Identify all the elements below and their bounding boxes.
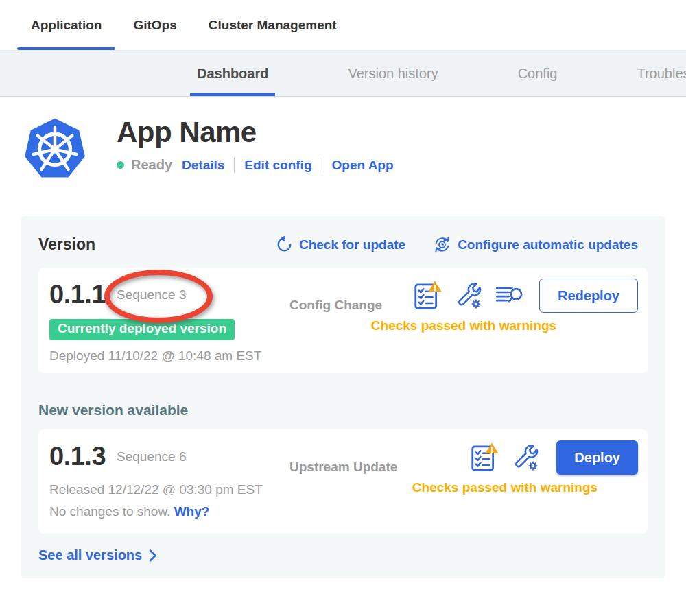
tab-gitops-label: GitOps <box>133 18 176 33</box>
admin-console-page: Application GitOps Cluster Management Da… <box>0 0 686 616</box>
current-checks-status[interactable]: Checks passed with warnings <box>371 318 556 333</box>
divider <box>234 158 235 173</box>
auto-update-clock-icon <box>433 236 451 253</box>
refresh-icon <box>276 236 293 253</box>
chevron-right-icon <box>149 549 157 562</box>
check-for-update-link[interactable]: Check for update <box>276 236 405 253</box>
open-app-link[interactable]: Open App <box>332 158 394 173</box>
new-version-available-heading: New version available <box>38 402 648 418</box>
tab-config[interactable]: Config <box>511 51 565 96</box>
tab-troubleshoot-label: Troubleshoot <box>637 66 686 82</box>
version-section: Version Check for update Configure auto <box>21 216 665 578</box>
tab-application-label: Application <box>31 18 102 33</box>
edit-config-link[interactable]: Edit config <box>244 158 311 173</box>
status-ready-dot <box>117 161 124 169</box>
released-timestamp: Released 12/12/22 @ 03:30 pm EST <box>49 482 289 497</box>
current-version-card: 0.1.1 Sequence 3 Currently deployed vers… <box>38 268 648 373</box>
tab-dashboard-label: Dashboard <box>197 66 268 82</box>
why-link[interactable]: Why? <box>174 504 210 519</box>
new-version-number: 0.1.3 <box>49 442 106 471</box>
tab-config-label: Config <box>518 66 558 82</box>
app-title: App Name <box>117 116 394 149</box>
current-version-source: Config Change <box>289 298 382 313</box>
primary-nav: Application GitOps Cluster Management <box>0 0 686 51</box>
configure-automatic-updates-link[interactable]: Configure automatic updates <box>433 236 638 253</box>
config-wrench-icon[interactable] <box>511 442 541 473</box>
status-ready-label: Ready <box>131 157 172 173</box>
deployed-timestamp: Deployed 11/10/22 @ 10:48 am EST <box>49 348 289 364</box>
deploy-button[interactable]: Deploy <box>556 440 638 475</box>
tab-gitops[interactable]: GitOps <box>119 0 190 50</box>
preflight-checks-icon[interactable] <box>412 280 443 311</box>
check-for-update-label: Check for update <box>299 237 405 252</box>
view-diff-icon[interactable] <box>495 283 524 308</box>
tab-version-history[interactable]: Version history <box>341 51 445 96</box>
currently-deployed-badge: Currently deployed version <box>49 319 235 340</box>
secondary-nav: Dashboard Version history Config Trouble… <box>0 51 686 97</box>
no-changes-line: No changes to show. Why? <box>49 504 289 519</box>
divider <box>322 158 322 173</box>
tab-cluster-management-label: Cluster Management <box>209 18 337 33</box>
current-sequence-label: Sequence 3 <box>117 287 186 303</box>
tab-dashboard[interactable]: Dashboard <box>190 51 275 96</box>
no-changes-text: No changes to show. <box>49 504 170 519</box>
new-version-source: Upstream Update <box>289 460 397 475</box>
details-link[interactable]: Details <box>182 158 224 173</box>
tab-cluster-management[interactable]: Cluster Management <box>195 0 351 50</box>
tab-application[interactable]: Application <box>17 0 115 50</box>
new-sequence-label: Sequence 6 <box>117 449 186 464</box>
new-version-card: 0.1.3 Sequence 6 Released 12/12/22 @ 03:… <box>38 429 648 534</box>
config-wrench-icon[interactable] <box>454 281 484 311</box>
tab-version-history-label: Version history <box>348 66 438 82</box>
configure-automatic-updates-label: Configure automatic updates <box>458 237 638 252</box>
redeploy-button[interactable]: Redeploy <box>539 279 638 313</box>
new-checks-status[interactable]: Checks passed with warnings <box>412 480 598 495</box>
kubernetes-logo-icon <box>24 116 86 180</box>
see-all-versions-link[interactable]: See all versions <box>38 547 648 563</box>
version-section-title: Version <box>38 235 95 254</box>
see-all-versions-label: See all versions <box>38 547 142 563</box>
current-version-number: 0.1.1 <box>49 280 106 309</box>
app-status-row: Ready Details Edit config Open App <box>117 157 394 173</box>
app-header: App Name Ready Details Edit config Open … <box>24 116 686 180</box>
preflight-checks-icon[interactable] <box>469 442 500 473</box>
tab-troubleshoot[interactable]: Troubleshoot <box>630 51 686 96</box>
